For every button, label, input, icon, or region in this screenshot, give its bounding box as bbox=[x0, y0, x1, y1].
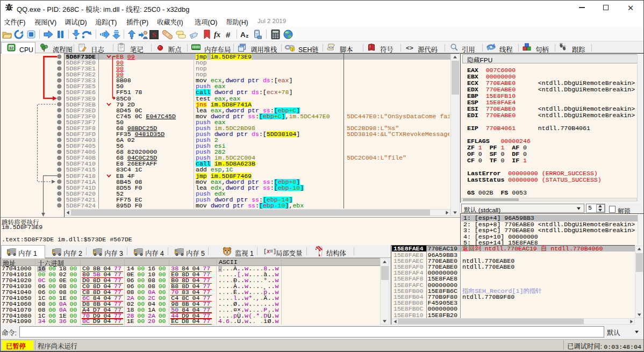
svg-text:#: # bbox=[226, 30, 231, 39]
svg-text:fx: fx bbox=[214, 30, 220, 39]
svg-text:S: S bbox=[152, 31, 156, 39]
svg-text:<>: <> bbox=[406, 45, 413, 51]
svg-text:z: z bbox=[246, 33, 249, 39]
svg-text:A: A bbox=[240, 31, 246, 39]
svg-text:32: 32 bbox=[9, 46, 13, 51]
svg-text:<>: <> bbox=[328, 45, 333, 50]
svg-text:?: ? bbox=[291, 47, 294, 52]
